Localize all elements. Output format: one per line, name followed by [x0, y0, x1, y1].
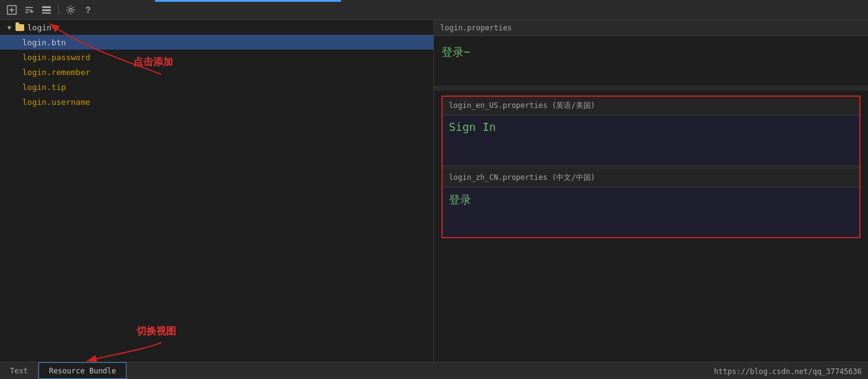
switch-annotation-arrow — [37, 324, 254, 362]
settings-button[interactable] — [64, 3, 78, 17]
folder-icon — [15, 22, 25, 32]
tree-item-password[interactable]: login.password — [0, 50, 433, 65]
tree-item-remember[interactable]: login.remember — [0, 65, 433, 79]
svg-rect-6 — [42, 6, 51, 8]
svg-point-9 — [69, 8, 73, 11]
locale-sections-box: login_en_US.properties (英语/美国) Sign In l… — [441, 96, 861, 238]
main-property-value: 登录~ — [441, 45, 861, 60]
tree-item-btn[interactable]: login.btn — [0, 35, 433, 50]
properties-header: login.properties — [434, 20, 868, 36]
sort-button[interactable] — [22, 3, 36, 17]
prop-divider-1 — [434, 86, 868, 91]
tree-item-tip-label: login.tip — [22, 82, 66, 92]
main-property-section: 登录~ — [434, 36, 868, 86]
tree-node-root[interactable]: ▼ login — [0, 20, 433, 35]
locale-header-zh-text: login_zh_CN.properties (中文/中国) — [449, 173, 595, 182]
root-label: login — [27, 23, 51, 32]
add-button[interactable] — [5, 3, 19, 17]
switch-annotation-text: 切换视图 — [136, 325, 176, 338]
main-layout: ▼ login login.btn login.password login.r… — [0, 20, 868, 362]
tab-text-label: Text — [10, 367, 28, 375]
locale-header-en-text: login_en_US.properties (英语/美国) — [449, 101, 595, 110]
tab-text[interactable]: Text — [0, 362, 38, 379]
right-panel: login.properties 登录~ login_en_US.propert… — [434, 20, 868, 362]
tree-item-remember-label: login.remember — [22, 68, 91, 77]
tree-item-password-label: login.password — [22, 53, 91, 62]
locale-section-en: login_en_US.properties (英语/美国) Sign In — [443, 97, 859, 165]
tab-resource-bundle-label: Resource Bundle — [49, 367, 116, 375]
locale-section-zh: login_zh_CN.properties (中文/中国) 登录 — [443, 169, 859, 237]
locale-header-en: login_en_US.properties (英语/美国) — [443, 97, 859, 115]
locale-value-zh-text: 登录 — [449, 193, 471, 206]
status-url-text: https://blog.csdn.net/qq_37745636 — [714, 367, 862, 376]
status-bar-url: https://blog.csdn.net/qq_37745636 — [714, 367, 862, 376]
toolbar: ? — [0, 0, 868, 20]
tree-arrow: ▼ — [5, 23, 14, 32]
svg-rect-7 — [42, 9, 51, 11]
help-button[interactable]: ? — [81, 3, 95, 17]
tree-item-username[interactable]: login.username — [0, 94, 433, 109]
file-tree: ▼ login login.btn login.password login.r… — [0, 20, 434, 362]
tree-item-username-label: login.username — [22, 97, 91, 107]
locale-value-en-text: Sign In — [449, 120, 496, 133]
svg-rect-8 — [42, 12, 51, 14]
tab-resource-bundle[interactable]: Resource Bundle — [38, 362, 126, 379]
locale-value-en[interactable]: Sign In — [443, 115, 859, 165]
properties-title: login.properties — [440, 24, 512, 32]
tree-item-tip[interactable]: login.tip — [0, 79, 433, 94]
toolbar-separator — [58, 5, 59, 15]
locale-header-zh: login_zh_CN.properties (中文/中国) — [443, 169, 859, 187]
bottom-tabs: Text Resource Bundle https://blog.csdn.n… — [0, 362, 868, 379]
tree-item-btn-label: login.btn — [22, 38, 66, 47]
locale-value-zh[interactable]: 登录 — [443, 187, 859, 237]
compact-button[interactable] — [40, 3, 53, 17]
